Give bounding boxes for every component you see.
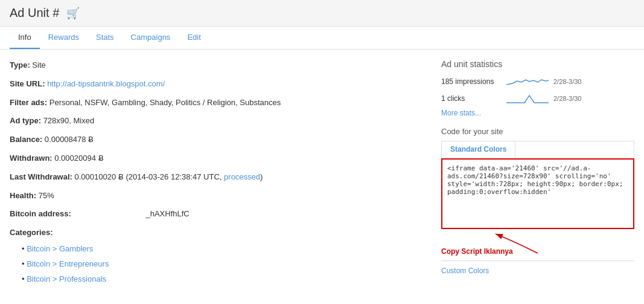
withdrawn-label: Withdrawn:: [10, 154, 53, 163]
processed-link[interactable]: processed: [224, 172, 260, 181]
code-title: Code for your site: [441, 127, 634, 136]
last-withdrawal-value: 0.00010020 Ƀ (2014-03-26 12:38:47 UTC, p…: [75, 172, 263, 181]
list-item: Bitcoin > Entrepreneurs: [22, 258, 429, 271]
copy-script-label: Copy Script Iklannya: [441, 247, 513, 256]
bitcoin-label: Bitcoin address:: [10, 209, 71, 218]
site-url-row: Site URL: http://ad-tipsdantrik.blogspot…: [10, 78, 429, 91]
health-label: Health:: [10, 191, 36, 200]
code-box-wrapper: <iframe data-aa='21460' src='//ad.a-ads.…: [441, 158, 634, 229]
category-gamblers[interactable]: Bitcoin > Gamblers: [27, 244, 93, 253]
health-row: Health: 75%: [10, 190, 429, 202]
balance-row: Balance: 0.00008478 Ƀ: [10, 134, 429, 146]
impressions-date: 2/28-3/30: [553, 78, 581, 85]
color-tabs: Standard Colors: [441, 141, 634, 158]
right-panel: Ad unit statistics 185 impressions 2/28-…: [441, 59, 634, 291]
stats-section: Ad unit statistics 185 impressions 2/28-…: [441, 59, 634, 117]
custom-colors-link[interactable]: Custom Colors: [441, 267, 489, 275]
clicks-label: 1 clicks: [441, 94, 502, 103]
list-item: Bitcoin > Professionals: [22, 273, 429, 286]
withdrawn-value: 0.00020094 Ƀ: [54, 154, 103, 163]
custom-colors-row: Custom Colors: [441, 260, 634, 275]
tab-rewards[interactable]: Rewards: [40, 27, 88, 49]
tab-bar: Info Rewards Stats Campaigns Edit: [0, 27, 644, 50]
list-item: Bitcoin > Gamblers: [22, 243, 429, 256]
withdrawn-row: Withdrawn: 0.00020094 Ƀ: [10, 152, 429, 165]
code-section: Code for your site Standard Colors <ifra…: [441, 127, 634, 275]
adtype-label: Ad type:: [10, 116, 41, 125]
impressions-row: 185 impressions 2/28-3/30: [441, 75, 634, 88]
site-url-link[interactable]: http://ad-tipsdantrik.blogspot.com/: [47, 79, 165, 88]
stats-title: Ad unit statistics: [441, 59, 634, 69]
main-content: Type: Site Site URL: http://ad-tipsdantr…: [0, 50, 644, 301]
type-row: Type: Site: [10, 59, 429, 72]
impressions-sparkline: [506, 75, 549, 88]
code-textarea[interactable]: <iframe data-aa='21460' src='//ad.a-ads.…: [442, 160, 633, 226]
site-url-label: Site URL:: [10, 79, 45, 88]
categories-label: Categories:: [10, 228, 53, 237]
type-label: Type:: [10, 60, 30, 70]
info-panel: Type: Site Site URL: http://ad-tipsdantr…: [10, 59, 429, 291]
copy-script-area: Copy Script Iklannya: [441, 229, 634, 256]
last-withdrawal-row: Last Withdrawal: 0.00010020 Ƀ (2014-03-2…: [10, 171, 429, 184]
filter-value: Personal, NSFW, Gambling, Shady, Politic…: [49, 98, 281, 107]
category-entrepreneurs[interactable]: Bitcoin > Entrepreneurs: [27, 259, 109, 268]
filter-row: Filter ads: Personal, NSFW, Gambling, Sh…: [10, 97, 429, 109]
filter-label: Filter ads:: [10, 98, 47, 107]
type-value: Site: [32, 60, 45, 70]
clicks-sparkline: [506, 92, 549, 105]
bitcoin-row: Bitcoin address: _hAXHfhLfC: [10, 208, 429, 221]
clicks-row: 1 clicks 2/28-3/30: [441, 92, 634, 105]
impressions-label: 185 impressions: [441, 77, 502, 86]
balance-label: Balance:: [10, 135, 42, 144]
standard-colors-tab[interactable]: Standard Colors: [442, 141, 515, 158]
categories-row: Categories: Bitcoin > Gamblers Bitcoin >…: [10, 227, 429, 285]
clicks-date: 2/28-3/30: [553, 95, 581, 102]
category-professionals[interactable]: Bitcoin > Professionals: [27, 274, 106, 283]
code-box-container: <iframe data-aa='21460' src='//ad.a-ads.…: [441, 158, 634, 256]
categories-list: Bitcoin > Gamblers Bitcoin > Entrepreneu…: [10, 243, 429, 285]
tab-stats[interactable]: Stats: [88, 27, 123, 49]
adtype-row: Ad type: 728x90, Mixed: [10, 115, 429, 128]
more-stats-link[interactable]: More stats...: [441, 109, 634, 117]
last-withdrawal-label: Last Withdrawal:: [10, 172, 72, 181]
balance-value: 0.00008478 Ƀ: [45, 135, 94, 144]
tab-edit[interactable]: Edit: [179, 27, 209, 49]
cart-icon[interactable]: 🛒: [66, 7, 80, 20]
tab-campaigns[interactable]: Campaigns: [123, 27, 179, 49]
adtype-value: 728x90, Mixed: [43, 116, 95, 125]
page-header: Ad Unit # 🛒: [0, 0, 644, 27]
page-title: Ad Unit #: [10, 6, 59, 20]
bitcoin-value: _hAXHfhLfC: [145, 209, 189, 218]
tab-info[interactable]: Info: [10, 27, 40, 49]
health-value: 75%: [39, 191, 54, 200]
